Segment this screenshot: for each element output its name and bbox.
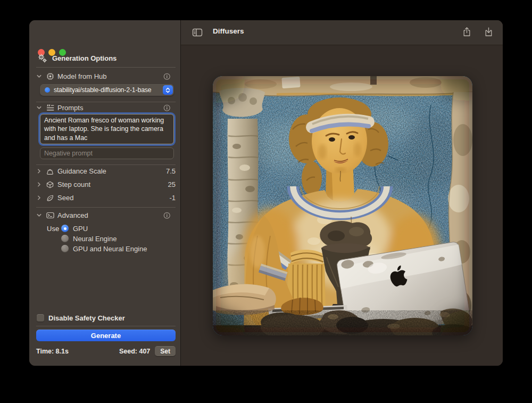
radio-label: GPU <box>73 225 88 233</box>
info-icon[interactable] <box>163 104 171 112</box>
cube-icon <box>45 180 55 189</box>
status-bar: Time: 8.1s Seed: 407 Set <box>36 346 176 356</box>
model-selected-value: stabilityai/stable-diffusion-2-1-base <box>54 86 161 94</box>
guidance-scale-value: 7.5 <box>166 167 176 175</box>
radio-unselected[interactable] <box>61 245 69 252</box>
window-title: Diffusers <box>213 27 244 35</box>
sidebar-toggle-icon[interactable] <box>192 28 203 39</box>
radio-selected[interactable] <box>61 225 69 232</box>
info-icon[interactable] <box>163 73 171 80</box>
radio-unselected[interactable] <box>61 235 69 242</box>
titlebar: Diffusers <box>181 20 503 45</box>
chevron-down-icon[interactable] <box>36 73 43 79</box>
disable-safety-checker-row[interactable]: Disable Safety Checker <box>37 314 125 322</box>
divider <box>36 326 176 326</box>
time-status: Time: 8.1s <box>36 348 69 355</box>
radio-label: Neural Engine <box>73 235 117 243</box>
info-icon[interactable] <box>163 212 171 219</box>
step-count-value: 25 <box>168 180 176 188</box>
section-prompts[interactable]: Prompts <box>36 103 176 112</box>
radio-option-gpu-and-neural-engine[interactable]: GPU and Neural Engine <box>61 244 147 253</box>
chevron-right-icon[interactable] <box>36 182 43 187</box>
safety-checkbox[interactable] <box>37 314 44 322</box>
stepper-icon[interactable] <box>163 85 173 95</box>
seed-value: -1 <box>169 194 176 202</box>
divider <box>36 165 176 165</box>
advanced-section-label: Advanced <box>57 211 88 219</box>
save-image-icon[interactable] <box>484 27 493 37</box>
app-window: Generation Options Model from Hub <box>29 20 503 366</box>
guidance-scale-label: Guidance Scale <box>57 167 106 175</box>
scalemass-icon <box>45 167 55 176</box>
row-seed[interactable]: Seed -1 <box>36 193 176 202</box>
generated-image <box>213 76 472 335</box>
seed-label: Seed <box>57 194 73 202</box>
chevron-right-icon[interactable] <box>36 195 43 201</box>
leaf-icon <box>45 194 55 202</box>
radio-option-gpu[interactable]: GPU <box>61 224 88 233</box>
set-seed-button[interactable]: Set <box>155 346 176 356</box>
divider <box>36 102 176 102</box>
prompts-section-label: Prompts <box>57 104 83 112</box>
text-quote-icon <box>45 103 55 112</box>
section-advanced[interactable]: Advanced <box>36 211 176 220</box>
canvas-area <box>181 45 503 366</box>
terminal-icon <box>45 211 55 220</box>
model-status-dot <box>45 87 50 93</box>
model-section-label: Model from Hub <box>57 72 106 80</box>
radio-label: GPU and Neural Engine <box>73 245 147 253</box>
use-label: Use <box>47 224 59 233</box>
chevron-down-icon[interactable] <box>36 105 43 111</box>
radio-option-neural-engine[interactable]: Neural Engine <box>61 234 117 243</box>
divider <box>36 67 176 68</box>
sidebar: Generation Options Model from Hub <box>29 20 181 366</box>
chevron-down-icon[interactable] <box>36 212 43 218</box>
safety-checkbox-label: Disable Safety Checker <box>48 314 125 322</box>
sidebar-title: Generation Options <box>52 54 117 62</box>
titlebar-actions <box>462 27 493 37</box>
seed-status: Seed: 407 <box>119 348 150 355</box>
share-icon[interactable] <box>462 27 471 37</box>
section-model-from-hub[interactable]: Model from Hub <box>36 72 176 81</box>
gears-icon <box>37 53 47 63</box>
cpu-icon <box>45 72 55 81</box>
row-guidance-scale[interactable]: Guidance Scale 7.5 <box>36 167 176 176</box>
divider <box>36 207 176 208</box>
generate-button[interactable]: Generate <box>36 330 176 341</box>
model-select[interactable]: stabilityai/stable-diffusion-2-1-base <box>40 84 174 96</box>
negative-prompt-input[interactable] <box>40 147 174 159</box>
prompt-textarea[interactable]: Ancient Roman fresco of woman working wi… <box>40 114 174 144</box>
generation-options-header: Generation Options <box>37 53 117 63</box>
main-area: Diffusers <box>181 20 503 366</box>
row-step-count[interactable]: Step count 25 <box>36 180 176 189</box>
step-count-label: Step count <box>57 180 90 188</box>
chevron-right-icon[interactable] <box>36 168 43 174</box>
